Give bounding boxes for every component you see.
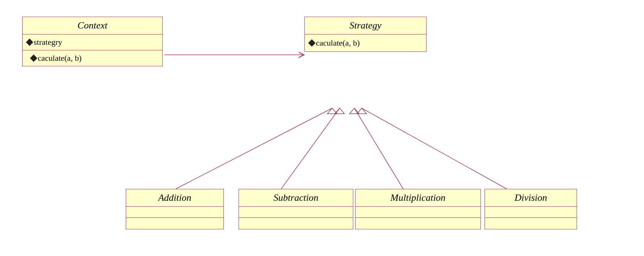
context-method: caculate(a, b) <box>23 50 162 66</box>
svg-line-5 <box>354 108 403 189</box>
multiplication-box: Multiplication <box>355 189 481 229</box>
subtraction-method-section <box>239 218 353 229</box>
addition-box: Addition <box>126 189 224 229</box>
strategy-title: Strategy <box>305 17 426 34</box>
svg-marker-2 <box>327 108 337 114</box>
subtraction-attr-section <box>239 207 353 218</box>
division-attr-section <box>485 207 577 218</box>
svg-marker-4 <box>335 108 344 114</box>
strategy-box: Strategy caculate(a, b) <box>304 17 426 52</box>
svg-line-3 <box>281 108 340 189</box>
context-attribute: strategry <box>23 34 162 50</box>
division-box: Division <box>485 189 577 229</box>
addition-title: Addition <box>126 189 223 207</box>
diamond-icon-2 <box>30 54 37 62</box>
svg-marker-8 <box>357 108 367 114</box>
context-title: Context <box>23 17 162 34</box>
diamond-icon-3 <box>308 39 316 47</box>
multiplication-attr-section <box>355 207 481 218</box>
division-title: Division <box>485 189 577 207</box>
svg-line-7 <box>362 108 507 189</box>
subtraction-box: Subtraction <box>239 189 353 229</box>
context-box: Context strategry caculate(a, b) <box>22 17 163 66</box>
svg-line-1 <box>176 108 332 189</box>
diamond-icon-1 <box>26 39 33 46</box>
addition-attr-section <box>126 207 223 218</box>
svg-marker-6 <box>350 108 359 114</box>
division-method-section <box>485 218 577 229</box>
uml-diagram: Context strategry caculate(a, b) Strateg… <box>0 0 644 256</box>
addition-method-section <box>126 218 223 229</box>
subtraction-title: Subtraction <box>239 189 353 207</box>
multiplication-method-section <box>355 218 481 229</box>
strategy-method: caculate(a, b) <box>305 34 426 51</box>
multiplication-title: Multiplication <box>355 189 481 207</box>
